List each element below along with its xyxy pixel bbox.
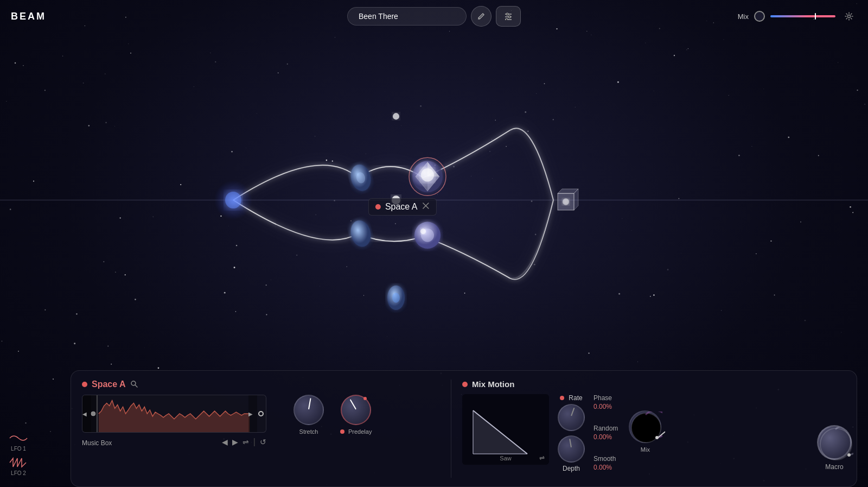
mix-motion-content: Saw ⇌ Rate [462,394,846,478]
rate-knob[interactable] [558,404,585,431]
mix-label: Mix [738,12,749,21]
svg-point-11 [225,192,241,208]
lfo2-button[interactable]: LFO 2 [9,457,28,476]
transport-undo[interactable]: ↺ [260,438,266,446]
mix-motion-panel: Mix Motion Saw ⇌ [462,380,846,478]
preset-input[interactable] [347,7,467,26]
sliders-button[interactable] [496,6,521,27]
svg-point-16 [392,293,400,303]
ramp-label: Saw [500,455,511,461]
svg-line-35 [135,385,137,387]
svg-point-3 [508,16,510,18]
rate-dot [560,396,564,400]
svg-point-27 [420,229,426,234]
viz-area: Space A [0,33,868,368]
lfo1-label: LFO 1 [11,446,26,452]
svg-point-5 [506,18,508,20]
smooth-param: Smooth 0.00% [593,455,618,471]
transport-prev[interactable]: ◀ [222,438,228,446]
rate-label: Rate [569,394,582,402]
space-panel-header: Space A [82,380,440,389]
space-panel-body: ◀ ▶ Music Box ◀ ▶ ⇌ | ↺ [82,395,440,447]
ramp-display: Saw ⇌ [462,394,549,465]
waveform-display[interactable]: ◀ ▶ [82,395,266,433]
predelay-control: Predelay [340,395,372,435]
macro-knob[interactable] [817,425,852,460]
space-label-overlay: Space A [368,198,437,216]
param-col-left: Phase 0.00% Random 0.00% Smooth 0.00% [593,394,618,471]
space-delete-btn[interactable] [422,202,429,211]
random-knob-section: Mix [629,410,661,471]
space-panel: Space A [82,380,440,478]
random-param: Random 0.00% [593,425,618,441]
waveform-svg [82,395,266,432]
predelay-label: Predelay [348,428,372,435]
random-label: Random [593,425,618,432]
settings-button[interactable] [841,8,857,24]
predelay-knob[interactable] [341,395,371,425]
svg-point-14 [348,218,373,249]
lfo1-button[interactable]: LFO 1 [9,433,28,452]
mix-area: Mix [738,8,857,24]
rate-depth-section: Rate Depth [558,394,585,472]
bottom-panel: Space A [71,370,857,487]
mix-motion-dot [462,382,468,387]
space-viz-label: Space A [385,202,418,212]
mix-bar[interactable] [770,15,835,17]
param-cols: Phase 0.00% Random 0.00% Smooth 0.00% [593,394,846,471]
svg-point-31 [563,198,569,205]
depth-label: Depth [563,465,580,472]
lfo-panel: LFO 1 LFO 2 [9,433,28,476]
space-search-button[interactable] [130,380,138,389]
rate-row: Rate [560,394,582,402]
app-title: BEAM [11,11,46,22]
waveform-scroll-left[interactable]: ◀ [82,395,91,432]
panel-divider [451,380,451,478]
svg-point-6 [848,15,851,18]
controls-row: Stretch Predelay [293,395,440,435]
macro-label: Macro [825,463,843,471]
svg-point-24 [421,168,434,182]
mix-bar-marker [815,13,816,20]
waveform-scroll-right[interactable]: ▶ [248,395,257,432]
predelay-label-row: Predelay [340,428,372,435]
space-panel-dot [82,382,87,387]
smooth-label: Smooth [593,455,618,463]
mix-mini-knob[interactable] [754,11,765,22]
svg-point-47 [655,436,659,439]
svg-point-46 [631,413,661,442]
svg-point-49 [847,453,851,457]
depth-knob[interactable] [558,435,585,463]
top-bar: BEAM Mix [0,0,868,33]
smooth-value: 0.00% [593,464,618,471]
transport-bar: ◀ ▶ ⇌ | ↺ [222,437,266,447]
phase-label: Phase [593,394,618,402]
transport-shuffle[interactable]: ⇌ [242,438,249,446]
stretch-control: Stretch [293,395,324,435]
mix-knob-label: Mix [641,446,650,453]
macro-area: Macro [817,425,852,471]
waveform-handle-right[interactable] [258,411,264,416]
space-panel-title: Space A [92,380,126,389]
phase-value: 0.00% [593,403,618,410]
ramp-shuffle-button[interactable]: ⇌ [539,454,545,461]
svg-point-48 [820,428,852,460]
predelay-dot [340,429,344,434]
svg-point-1 [506,13,508,15]
svg-point-33 [393,113,399,119]
phase-param: Phase 0.00% [593,394,618,410]
random-knob[interactable] [629,410,661,443]
space-status-dot [375,204,381,210]
transport-next[interactable]: ▶ [232,438,238,446]
preset-area [347,6,521,27]
pencil-button[interactable] [471,6,492,27]
lfo2-label: LFO 2 [11,470,26,476]
mix-motion-header: Mix Motion [462,380,846,389]
stretch-knob[interactable] [293,395,324,425]
mix-motion-title: Mix Motion [472,380,514,389]
transport-divider: | [253,437,256,447]
ramp-svg [462,394,549,465]
sample-name: Music Box [82,439,112,447]
stretch-label: Stretch [299,428,318,435]
random-value: 0.00% [593,433,618,441]
